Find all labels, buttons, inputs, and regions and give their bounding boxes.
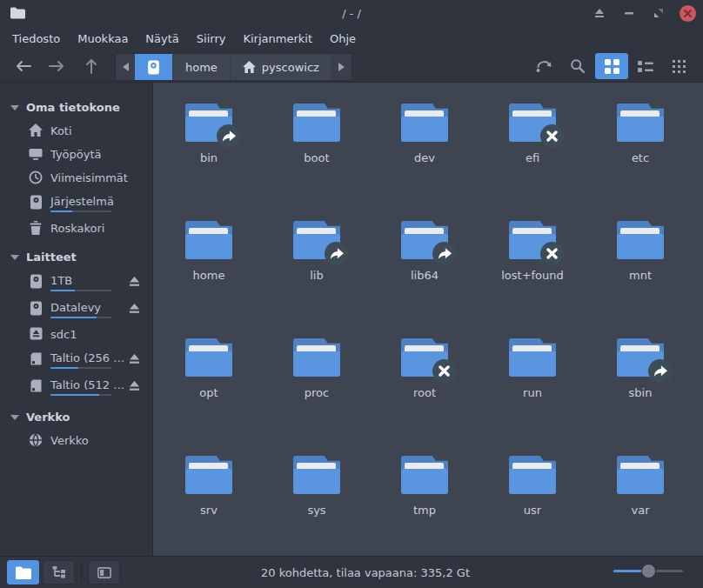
eject-button[interactable]	[129, 277, 140, 287]
sidebar-item-sdc1[interactable]: sdc1	[0, 322, 152, 345]
path-segment-filesystem[interactable]	[135, 54, 173, 80]
file-item-lib[interactable]: lib	[263, 212, 371, 330]
eject-icon	[129, 381, 140, 391]
shade-eject-button[interactable]	[591, 4, 608, 22]
sidebar-section-header[interactable]: Laitteet	[0, 246, 152, 268]
file-name-label: proc	[305, 386, 329, 399]
sidebar-item-taltio-256-[interactable]: Taltio (256 …	[0, 345, 152, 372]
removable-drive-icon	[30, 327, 43, 340]
path-scroll-left-icon[interactable]	[116, 54, 135, 80]
compact-view-button[interactable]	[666, 54, 691, 78]
disk-usage-fill	[50, 317, 97, 318]
up-button[interactable]	[78, 54, 104, 78]
expander-triangle-icon[interactable]	[10, 255, 19, 260]
card-icon	[29, 352, 43, 365]
file-item-sbin[interactable]: sbin	[586, 330, 694, 447]
home-icon	[243, 61, 256, 73]
disk-usage-fill	[50, 290, 75, 291]
edit-location-button[interactable]	[532, 54, 556, 78]
eject-button[interactable]	[129, 381, 140, 391]
sidebar-item-datalevy[interactable]: Datalevy	[0, 295, 152, 322]
file-view[interactable]: binbootdevefietchomeliblib64lost+foundmn…	[153, 83, 703, 557]
file-item-run[interactable]: run	[479, 330, 586, 447]
back-button[interactable]	[10, 54, 37, 78]
disk-usage-bar	[50, 367, 111, 369]
menu-muokkaa[interactable]: Muokkaa	[69, 29, 137, 49]
clock-icon	[29, 170, 43, 184]
list-view-icon	[638, 60, 653, 72]
folder-front	[401, 117, 448, 142]
card-icon	[29, 379, 43, 392]
folder-icon	[617, 104, 664, 142]
pathbar: home pyscowicz	[115, 53, 352, 81]
disk-usage-fill	[50, 394, 99, 396]
menu-siirry[interactable]: Siirry	[188, 29, 235, 49]
path-scroll-right-icon[interactable]	[332, 54, 352, 80]
folder-icon	[401, 456, 448, 494]
folder-icon	[185, 104, 232, 142]
compact-view-icon	[673, 60, 686, 73]
file-item-bin[interactable]: bin	[155, 95, 263, 212]
file-item-proc[interactable]: proc	[263, 330, 371, 447]
folder-icon	[617, 338, 664, 377]
file-item-lib64[interactable]: lib64	[371, 212, 479, 330]
sidebar-item-verkko[interactable]: Verkko	[0, 428, 152, 451]
folder-front	[617, 117, 664, 142]
file-item-mnt[interactable]: mnt	[586, 212, 694, 330]
file-item-home[interactable]: home	[155, 212, 263, 330]
path-segment-home[interactable]: home	[173, 54, 231, 80]
file-item-etc[interactable]: etc	[586, 95, 694, 212]
restore-button[interactable]	[650, 4, 667, 22]
menu-tiedosto[interactable]: Tiedosto	[3, 29, 69, 49]
menu-kirjanmerkit[interactable]: Kirjanmerkit	[234, 29, 321, 49]
statusbar: 20 kohdetta, tilaa vapaana: 335,2 Gt	[0, 556, 703, 588]
file-item-boot[interactable]: boot	[263, 95, 371, 212]
file-item-lost-found[interactable]: lost+found	[479, 212, 586, 330]
search-button[interactable]	[566, 54, 590, 78]
show-treeview-button[interactable]	[43, 560, 75, 585]
sidebar-section-header[interactable]: Verkko	[0, 406, 152, 428]
icon-view-button[interactable]	[595, 53, 628, 79]
sidebar-item-label: Koti	[50, 124, 72, 137]
close-button[interactable]	[680, 5, 696, 22]
file-item-root[interactable]: root	[371, 330, 479, 447]
file-item-opt[interactable]: opt	[155, 330, 263, 447]
minimize-button[interactable]	[620, 4, 638, 22]
menu-n-yt-[interactable]: Näytä	[137, 29, 187, 49]
sidebar-item-taltio-512-[interactable]: Taltio (512 …	[0, 372, 152, 399]
path-segment-pyscowicz[interactable]: pyscowicz	[231, 54, 332, 80]
menu-ohje[interactable]: Ohje	[321, 29, 365, 49]
file-item-srv[interactable]: srv	[155, 447, 263, 565]
file-item-tmp[interactable]: tmp	[371, 447, 479, 565]
file-item-efi[interactable]: efi	[479, 95, 586, 212]
file-item-dev[interactable]: dev	[371, 95, 479, 212]
toggle-sidebar-button[interactable]	[88, 560, 120, 585]
sidebar-item-roskakori[interactable]: Roskakori	[0, 216, 152, 239]
file-item-var[interactable]: var	[586, 447, 694, 565]
file-name-label: srv	[200, 504, 218, 517]
eject-button[interactable]	[129, 304, 140, 314]
sidebar-item-1tb[interactable]: 1TB	[0, 268, 152, 295]
eject-button[interactable]	[129, 354, 140, 364]
sidebar-section-header[interactable]: Oma tietokone	[0, 97, 152, 118]
sidebar-item-j-rjestelm-[interactable]: Järjestelmä	[0, 189, 152, 216]
file-name-label: sbin	[629, 386, 653, 399]
expander-triangle-icon[interactable]	[10, 415, 19, 420]
symlink-emblem	[432, 242, 456, 265]
show-places-button[interactable]	[7, 560, 39, 585]
forward-button[interactable]	[44, 54, 70, 78]
sidebar-item-viimeisimm-t[interactable]: Viimeisimmät	[0, 165, 152, 189]
folder-front	[617, 469, 664, 494]
expander-triangle-icon[interactable]	[10, 105, 19, 110]
sidebar-item-koti[interactable]: Koti	[0, 118, 152, 142]
zoom-slider-handle[interactable]	[641, 564, 656, 578]
zoom-slider[interactable]	[613, 570, 683, 572]
network-icon	[29, 433, 43, 447]
toolbar: home pyscowicz	[0, 50, 703, 83]
drive-icon	[29, 195, 43, 210]
sidebar-item-ty-p-yt-[interactable]: Työpöytä	[0, 142, 152, 165]
list-view-button[interactable]	[633, 54, 658, 78]
file-item-sys[interactable]: sys	[263, 447, 371, 565]
titlebar[interactable]: / - /	[0, 0, 703, 26]
file-item-usr[interactable]: usr	[479, 447, 586, 565]
